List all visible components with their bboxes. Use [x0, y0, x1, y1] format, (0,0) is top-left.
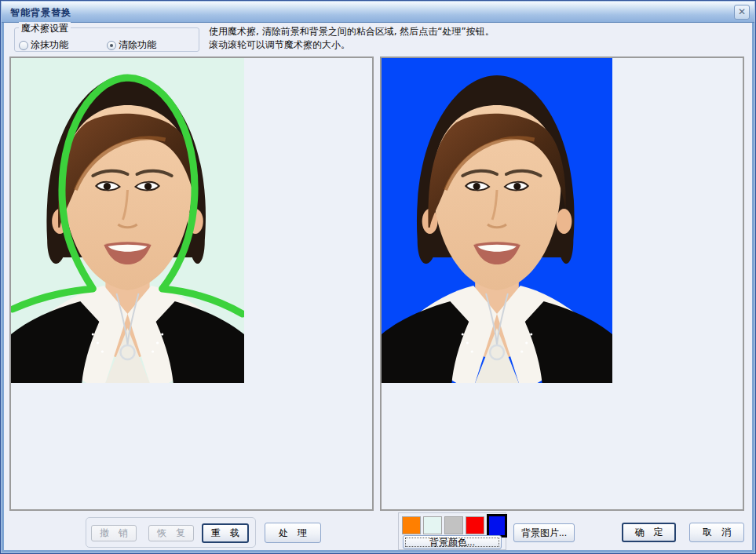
title-bar: 智能背景替换 ✕ [2, 2, 754, 23]
radio-erase-mode[interactable]: 清除功能 [107, 38, 156, 52]
result-photo [382, 58, 612, 383]
dialog-title: 智能背景替换 [10, 6, 71, 20]
redo-button[interactable]: 恢 复 [148, 525, 194, 541]
instruction-line-1: 使用魔术擦, 清除前景和背景之间的粘合区域, 然后点击“处理”按钮。 [209, 25, 495, 38]
cancel-button[interactable]: 取 消 [689, 523, 744, 542]
close-icon: ✕ [738, 6, 746, 17]
radio-paint-mode[interactable]: 涂抹功能 [19, 38, 68, 52]
radio-unchecked-icon [19, 41, 28, 50]
instruction-line-2: 滚动滚轮可以调节魔术擦的大小。 [209, 38, 495, 52]
source-image-panel[interactable] [9, 56, 374, 511]
close-button[interactable]: ✕ [734, 5, 750, 20]
ok-button[interactable]: 确 定 [622, 523, 676, 542]
swatch-orange[interactable] [402, 516, 421, 534]
source-photo[interactable] [11, 58, 244, 383]
radio-paint-label: 涂抹功能 [31, 38, 68, 52]
background-color-button[interactable]: 背景颜色... [403, 535, 502, 549]
swatch-blue-selected[interactable] [487, 514, 507, 538]
magic-eraser-settings-group: 魔术擦设置 涂抹功能 清除功能 [14, 27, 199, 52]
group-label: 魔术擦设置 [19, 22, 71, 35]
instruction-text: 使用魔术擦, 清除前景和背景之间的粘合区域, 然后点击“处理”按钮。 滚动滚轮可… [209, 25, 495, 52]
process-button[interactable]: 处 理 [265, 523, 321, 543]
dialog-window: 智能背景替换 ✕ 魔术擦设置 涂抹功能 清除功能 使用魔术擦, 清除前景和背景之… [0, 0, 756, 554]
radio-checked-icon [107, 41, 116, 50]
undo-button[interactable]: 撤 销 [91, 525, 137, 541]
result-image-panel [380, 56, 744, 511]
radio-erase-label: 清除功能 [119, 38, 156, 52]
swatch-red[interactable] [466, 516, 484, 534]
background-image-button[interactable]: 背景图片... [513, 523, 575, 542]
reload-button[interactable]: 重 载 [202, 523, 249, 543]
swatch-pale-cyan[interactable] [423, 516, 442, 534]
swatch-gray[interactable] [444, 516, 463, 534]
